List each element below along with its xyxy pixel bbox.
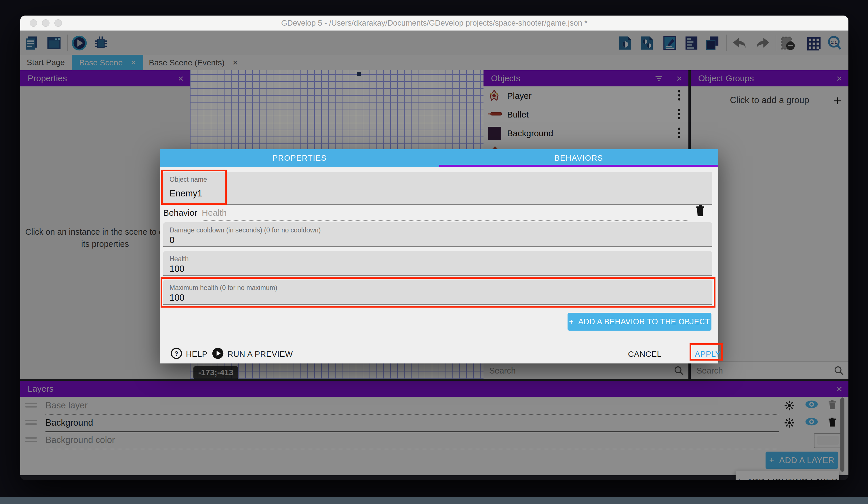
object-name-field[interactable]: Object name Enemy1	[163, 172, 712, 205]
behavior-name-input[interactable]: Health	[202, 208, 227, 218]
damage-cooldown-field[interactable]: Damage cooldown (in seconds) (0 for no c…	[163, 222, 712, 247]
dialog-tabstrip: PROPERTIES BEHAVIORS	[160, 149, 719, 167]
svg-text:?: ?	[174, 350, 178, 357]
cancel-button[interactable]: CANCEL	[628, 350, 662, 359]
run-preview-icon[interactable]	[212, 347, 224, 360]
tab-properties[interactable]: PROPERTIES	[160, 149, 439, 167]
annotation-box-apply	[690, 343, 723, 361]
help-button[interactable]: HELP	[186, 350, 207, 359]
add-behavior-button[interactable]: + ADD A BEHAVIOR TO THE OBJECT	[568, 313, 711, 331]
zoom-window-icon[interactable]	[54, 19, 62, 27]
tab-behaviors[interactable]: BEHAVIORS	[439, 149, 719, 167]
active-tab-indicator	[439, 165, 719, 167]
plus-icon: +	[569, 317, 578, 326]
delete-behavior-trash-icon[interactable]	[693, 204, 707, 218]
titlebar: GDevelop 5 - /Users/dkarakay/Documents/G…	[20, 16, 848, 31]
annotation-box-maximum-health	[161, 277, 715, 308]
health-field[interactable]: Health 100	[163, 251, 712, 276]
run-preview-button[interactable]: RUN A PREVIEW	[227, 350, 293, 359]
desktop-edge	[0, 497, 868, 504]
minimize-window-icon[interactable]	[42, 19, 50, 27]
close-window-icon[interactable]	[30, 19, 37, 27]
object-editor-dialog: PROPERTIES BEHAVIORS Object name Enemy1 …	[160, 149, 719, 363]
annotation-box-object-name	[161, 170, 227, 205]
behavior-row: Behavior Health	[163, 205, 712, 222]
dialog-footer: ? HELP RUN A PREVIEW CANCEL APPLY	[160, 344, 719, 363]
help-icon[interactable]: ?	[170, 347, 183, 360]
window-title: GDevelop 5 - /Users/dkarakay/Documents/G…	[20, 16, 848, 31]
